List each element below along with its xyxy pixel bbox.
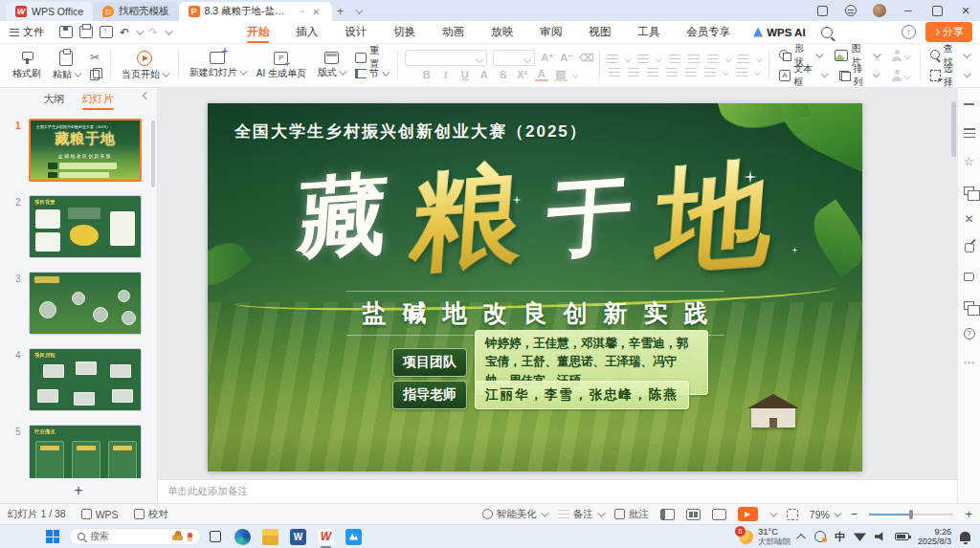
battery-icon[interactable] xyxy=(895,533,909,540)
wps-assistant-button[interactable]: WPS xyxy=(81,509,119,520)
upload-cloud-icon[interactable]: ↑ xyxy=(902,25,916,39)
tab-docer-templates[interactable]: D 找稻壳模板 xyxy=(93,2,179,21)
undo-icon[interactable]: ↶ xyxy=(120,26,129,39)
wifi-icon[interactable] xyxy=(854,532,866,541)
tab-transitions[interactable]: 切换 xyxy=(380,21,429,43)
globe-icon[interactable] xyxy=(836,0,865,21)
arrange-button[interactable]: 排列 xyxy=(836,68,880,84)
tab-current-document[interactable]: P 8.3 藏粮于地-盐碱地改良创新 ▫ ✕ xyxy=(179,2,332,21)
print-icon[interactable] xyxy=(79,26,93,38)
customize-toolbar-dropdown[interactable] xyxy=(165,27,172,34)
tab-layout-icon[interactable] xyxy=(808,0,836,21)
slide-editor[interactable]: 全国大学生乡村振兴创新创业大赛（2025） 藏 粮 于 地 盐碱地改良创新实践 xyxy=(208,103,862,471)
textbox-dropdown-icon[interactable] xyxy=(821,71,829,78)
tab-home[interactable]: 开始 xyxy=(234,21,282,43)
shapes-button[interactable]: 形状 xyxy=(776,48,824,64)
beautify-dropdown-icon[interactable] xyxy=(541,509,548,516)
smart-beautify-button[interactable]: 智能美化 xyxy=(482,508,546,521)
font-size-select[interactable] xyxy=(493,50,535,66)
slideshow-play-button[interactable] xyxy=(738,507,758,521)
play-dropdown-icon[interactable] xyxy=(162,69,169,77)
section-button[interactable]: 节 xyxy=(352,66,390,82)
tools-icon[interactable]: ✕ xyxy=(963,212,976,226)
zoom-slider-thumb[interactable] xyxy=(909,510,913,519)
file-explorer-icon[interactable] xyxy=(262,529,278,545)
find-button[interactable]: 查找 xyxy=(927,48,971,64)
export-icon[interactable] xyxy=(100,26,113,38)
section-dropdown-icon[interactable] xyxy=(382,68,390,76)
select-button[interactable]: 选择 xyxy=(927,68,971,84)
tab-member[interactable]: 会员专享 xyxy=(673,21,744,43)
show-hidden-icons-button[interactable] xyxy=(796,533,806,542)
zoom-level[interactable]: 79% xyxy=(810,509,839,520)
select-dropdown-icon[interactable] xyxy=(964,71,971,78)
signature-icon[interactable] xyxy=(963,270,976,283)
tab-review[interactable]: 审阅 xyxy=(526,21,575,43)
tab-animation[interactable]: 动画 xyxy=(429,21,478,43)
paste-button[interactable]: 粘贴 xyxy=(49,50,83,82)
slide-subtitle[interactable]: 盐碱地改良创新实践 xyxy=(208,291,862,336)
tab-insert[interactable]: 插入 xyxy=(282,21,331,43)
wps-ai-button[interactable]: WPS AI xyxy=(744,27,814,38)
slide-thumbnail-3[interactable]: 3 xyxy=(29,272,142,335)
cut-button[interactable]: ✂ xyxy=(87,50,103,66)
canvas-scrollbar[interactable] xyxy=(951,101,956,157)
wps-app-icon-active[interactable]: W xyxy=(318,529,334,545)
collapse-panel-icon[interactable] xyxy=(143,92,150,99)
task-view-button[interactable] xyxy=(207,529,223,545)
new-slide-button[interactable]: 新建幻灯片 xyxy=(186,51,249,80)
tab-slideshow[interactable]: 放映 xyxy=(478,21,526,43)
layout-button[interactable]: 版式 xyxy=(314,51,348,80)
search-icon[interactable] xyxy=(821,27,833,38)
picture-button[interactable]: 图片 xyxy=(832,48,880,64)
comments-button[interactable]: 批注 xyxy=(614,508,649,521)
format-painter-button[interactable]: 格式刷 xyxy=(9,50,45,81)
copy-button[interactable] xyxy=(87,66,103,82)
notification-bell-icon[interactable] xyxy=(960,532,970,541)
arrange-dropdown-icon[interactable] xyxy=(873,71,880,78)
zoom-dropdown-icon[interactable] xyxy=(834,509,841,516)
close-button[interactable]: ✕ xyxy=(951,0,980,21)
zoom-out-button[interactable]: − xyxy=(851,507,858,521)
undo-dropdown-icon[interactable] xyxy=(136,27,144,34)
taskbar-search-box[interactable]: 搜索 xyxy=(69,528,201,545)
sidebar-scrollbar[interactable] xyxy=(151,121,155,187)
weather-widget[interactable]: 5 31°C 大部晴朗 xyxy=(739,527,791,546)
outline-tab[interactable]: 大纲 xyxy=(44,92,65,106)
play-options-dropdown[interactable] xyxy=(769,509,777,516)
windows-start-button[interactable] xyxy=(46,530,59,543)
reset-button[interactable]: 重置 xyxy=(352,50,390,66)
slide-thumbnail-5[interactable]: 5 行业痛点 xyxy=(29,425,142,478)
taskbar-clock[interactable]: 9:26 2025/8/3 xyxy=(918,527,951,547)
restore-button[interactable] xyxy=(923,0,951,21)
zoom-slider[interactable] xyxy=(869,514,953,515)
tab-wps-home[interactable]: W WPS Office xyxy=(6,2,93,21)
favorites-star-icon[interactable]: ☆ xyxy=(963,155,976,168)
paste-dropdown-icon[interactable] xyxy=(74,69,81,77)
play-from-current-button[interactable]: 当页开始 xyxy=(118,50,171,82)
tab-design[interactable]: 设计 xyxy=(331,21,380,43)
volume-icon[interactable] xyxy=(875,532,886,541)
template-icon[interactable] xyxy=(963,241,976,254)
ai-generate-page-button[interactable]: P AI 生成单页 xyxy=(253,51,310,81)
help-icon[interactable]: ? xyxy=(963,327,976,340)
collapse-panel-button[interactable] xyxy=(963,98,976,111)
fit-slide-icon[interactable] xyxy=(787,509,798,520)
properties-icon[interactable] xyxy=(963,126,976,140)
slides-tab[interactable]: 幻灯片 xyxy=(82,92,114,106)
save-icon[interactable] xyxy=(59,26,73,38)
slide-thumbnail-1[interactable]: 1 全国大学生乡村振兴创新创业大赛（2025） 藏粮于地 盐碱地改良创新实践 xyxy=(29,119,142,182)
notes-dropdown-icon[interactable] xyxy=(597,509,605,516)
word-app-icon[interactable]: W xyxy=(290,529,306,545)
edge-browser-icon[interactable] xyxy=(234,529,251,545)
cloud-app-icon[interactable] xyxy=(345,529,362,545)
account-avatar[interactable] xyxy=(865,0,894,21)
proofread-button[interactable]: 校对 xyxy=(134,508,168,521)
slide-sorter-view-button[interactable] xyxy=(686,509,701,520)
normal-view-button[interactable] xyxy=(660,509,675,520)
slide-canvas[interactable]: 全国大学生乡村振兴创新创业大赛（2025） 藏 粮 于 地 盐碱地改良创新实践 xyxy=(158,88,957,479)
find-dropdown-icon[interactable] xyxy=(964,51,971,58)
new-tab-button[interactable]: + xyxy=(332,3,349,20)
ime-indicator[interactable]: 中 xyxy=(835,530,845,544)
slide-thumbnail-2[interactable]: 2 项目背景 xyxy=(29,195,142,258)
